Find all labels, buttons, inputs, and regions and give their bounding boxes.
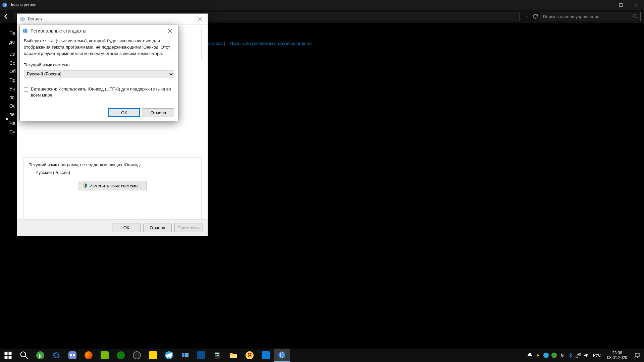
svg-rect-2 <box>620 4 623 7</box>
globe-icon <box>22 28 28 34</box>
taskbar-app-region-active[interactable] <box>274 349 290 362</box>
region-apply-button: Применить <box>174 224 203 232</box>
taskbar-app-utorrent[interactable]: µ <box>32 349 48 362</box>
svg-point-32 <box>216 355 217 356</box>
taskbar-app-battlenet[interactable] <box>48 349 64 362</box>
minimize-button[interactable] <box>598 0 613 10</box>
tray-bluetooth-icon[interactable] <box>566 349 574 362</box>
taskbar-app-yandex[interactable]: Я <box>241 349 258 362</box>
system-tray: N РУС 23:08 08.01.2020 <box>526 349 644 362</box>
maximize-button[interactable] <box>613 0 629 10</box>
tray-n-icon[interactable]: N <box>558 349 566 362</box>
region-dialog-close-button[interactable] <box>192 14 208 24</box>
refresh-button[interactable] <box>531 14 540 19</box>
svg-rect-20 <box>5 356 8 359</box>
svg-rect-39 <box>576 356 578 358</box>
svg-point-33 <box>217 355 218 356</box>
tray-telegram-icon[interactable] <box>542 349 550 362</box>
svg-line-7 <box>636 17 637 18</box>
region-dialog-title: Регион <box>28 16 42 21</box>
svg-rect-28 <box>182 353 184 357</box>
regional-standards-dialog: Региональные стандарты Выберите язык (яз… <box>19 25 178 121</box>
tray-utorrent-icon[interactable] <box>550 349 558 362</box>
svg-rect-19 <box>9 352 12 355</box>
current-locale-value: Русский (Россия) <box>36 170 196 175</box>
taskbar-app-calculator[interactable] <box>209 349 225 362</box>
svg-point-27 <box>73 354 75 357</box>
tray-lightning-icon[interactable] <box>534 349 542 362</box>
svg-line-23 <box>25 356 28 359</box>
region-ok-button[interactable]: ОК <box>112 224 141 232</box>
taskbar-app-firefox[interactable] <box>80 349 97 362</box>
shield-icon <box>82 183 88 188</box>
std-ok-button[interactable]: ОК <box>108 108 140 117</box>
taskbar-app-video[interactable] <box>193 349 209 362</box>
svg-rect-18 <box>5 352 8 355</box>
change-system-locale-button[interactable]: Изменить язык системы… <box>78 181 147 190</box>
taskbar: µ Я N РУС 23:08 08.01.2020 <box>0 349 644 362</box>
region-dialog-footer: ОК Отмена Применить <box>17 219 208 236</box>
svg-rect-35 <box>230 355 237 358</box>
non-unicode-group: Текущий язык программ, не поддерживающих… <box>23 157 202 224</box>
svg-point-22 <box>21 352 26 357</box>
taskbar-app-explorer[interactable] <box>225 349 241 362</box>
system-locale-dropdown[interactable]: Русский (Россия) <box>24 70 174 78</box>
beta-utf8-checkbox[interactable] <box>24 87 28 92</box>
group-label: Текущий язык программ, не поддерживающих… <box>29 162 196 167</box>
svg-rect-41 <box>635 353 639 357</box>
search-box[interactable]: Поиск в панели управления <box>540 12 641 21</box>
std-dialog-close-button[interactable] <box>163 26 177 36</box>
svg-point-26 <box>70 354 72 357</box>
search-icon <box>633 14 638 19</box>
tray-cloud-icon[interactable] <box>526 349 534 362</box>
beta-utf8-label: Бета-версия: Использовать Юникод (UTF-8)… <box>31 86 174 98</box>
svg-point-25 <box>53 353 60 358</box>
back-button[interactable] <box>0 10 13 23</box>
search-button[interactable] <box>16 349 32 362</box>
region-dialog-titlebar[interactable]: Регион <box>17 14 208 24</box>
taskbar-app-discord[interactable] <box>64 349 80 362</box>
taskbar-app-taskview[interactable] <box>177 349 193 362</box>
start-button[interactable] <box>0 349 16 362</box>
tray-volume-icon[interactable] <box>582 349 590 362</box>
tray-network-icon[interactable] <box>574 349 582 362</box>
link-partial[interactable]: о пояса <box>206 41 223 46</box>
link-clocks-timezones[interactable]: Часы для различных часовых поясов <box>230 41 312 46</box>
taskbar-app-xbox[interactable] <box>113 349 129 362</box>
search-placeholder: Поиск в панели управления <box>543 14 599 19</box>
app-titlebar: Часы и регион <box>0 0 644 10</box>
taskbar-app-telegram[interactable] <box>161 349 177 362</box>
tray-clock[interactable]: 23:08 08.01.2020 <box>604 351 631 360</box>
taskbar-app-obs[interactable] <box>129 349 145 362</box>
svg-rect-31 <box>215 353 219 354</box>
close-button[interactable] <box>629 0 644 10</box>
tray-language[interactable]: РУС <box>590 353 604 358</box>
std-cancel-button[interactable]: Отмена <box>143 108 174 117</box>
std-current-locale-label: Текущий язык системы: <box>24 62 174 67</box>
std-dialog-description: Выберите язык (язык системы), который бу… <box>24 38 174 57</box>
std-dialog-title: Региональные стандарты <box>31 28 86 34</box>
taskbar-app-nvidia[interactable] <box>97 349 113 362</box>
std-dialog-titlebar[interactable]: Региональные стандарты <box>20 25 178 37</box>
region-cancel-button[interactable]: Отмена <box>143 224 172 232</box>
svg-point-6 <box>633 14 636 17</box>
taskbar-app-potplayer[interactable] <box>145 349 161 362</box>
globe-icon <box>2 2 7 8</box>
taskbar-app-control-panel[interactable] <box>258 349 274 362</box>
address-dropdown-button[interactable] <box>523 15 531 18</box>
active-bullet-icon: ● <box>5 116 8 122</box>
globe-icon <box>20 16 25 22</box>
svg-rect-21 <box>9 356 12 359</box>
svg-point-34 <box>218 355 219 356</box>
app-title: Часы и регион <box>9 3 36 7</box>
header-links: о пояса | Часы для различных часовых поя… <box>206 41 315 46</box>
tray-notifications-icon[interactable] <box>631 353 644 358</box>
svg-rect-29 <box>185 353 189 357</box>
